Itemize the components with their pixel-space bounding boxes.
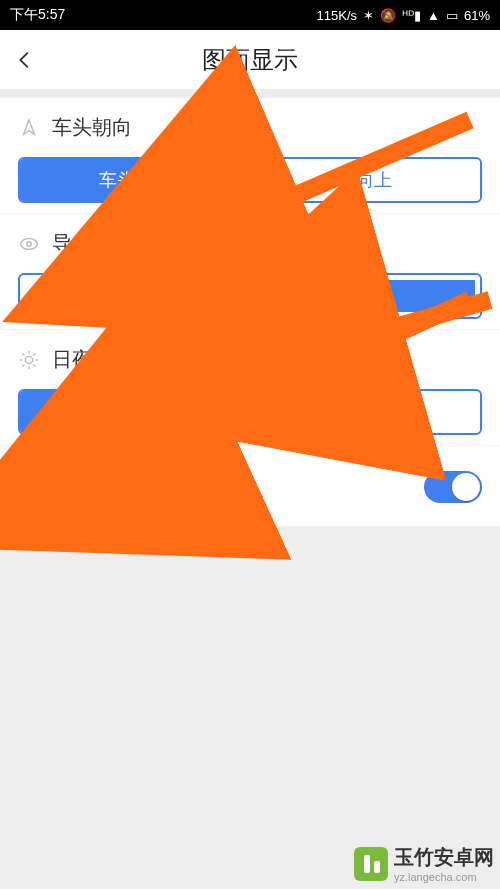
watermark: 玉竹安卓网 yz.langecha.com	[354, 844, 494, 883]
heading-option-north-up[interactable]: 北向上	[250, 159, 481, 201]
brightness-icon	[18, 476, 40, 498]
chevron-left-icon	[14, 49, 36, 71]
low-brightness-subtitle: 为省电，导航中将降低屏幕亮度	[54, 493, 410, 512]
settings-content: 车头朝向 车头向上 北向上 导航视角 3D 2D 日夜模式 自动 白天	[0, 98, 500, 526]
svg-line-7	[23, 353, 25, 355]
section-title: 车头朝向	[52, 114, 132, 141]
status-battery: 61%	[464, 8, 490, 23]
watermark-url: yz.langecha.com	[394, 871, 494, 883]
svg-point-2	[25, 356, 32, 363]
view-segment: 3D 2D	[18, 273, 482, 319]
heading-option-car-up[interactable]: 车头向上	[20, 159, 250, 201]
back-button[interactable]	[0, 30, 50, 89]
daynight-option-auto[interactable]: 自动	[20, 391, 173, 433]
navbar: 图面显示	[0, 30, 500, 90]
section-heading: 车头朝向 车头向上 北向上	[0, 98, 500, 213]
heading-segment: 车头向上 北向上	[18, 157, 482, 203]
eye-icon	[18, 233, 40, 255]
svg-line-8	[34, 364, 36, 366]
status-time: 下午5:57	[10, 6, 65, 24]
bluetooth-icon: ✶	[363, 8, 374, 23]
daynight-segment: 自动 白天 夜间	[18, 389, 482, 435]
section-daynight: 日夜模式 自动 白天 夜间	[0, 329, 500, 445]
section-low-brightness: 低亮度导航 为省电，导航中将降低屏幕亮度	[0, 445, 500, 522]
daynight-option-night[interactable]: 夜间	[326, 391, 480, 433]
status-bar: 下午5:57 115K/s ✶ 🔕 ᴴᴰ▮ ▲ ▭ 61%	[0, 0, 500, 30]
compass-arrow-icon	[18, 117, 40, 139]
sun-icon	[18, 349, 40, 371]
mute-icon: 🔕	[380, 8, 396, 23]
svg-point-1	[27, 241, 32, 246]
page-title: 图面显示	[0, 44, 500, 76]
watermark-icon	[354, 847, 388, 881]
svg-line-10	[34, 353, 36, 355]
low-brightness-title: 低亮度导航	[54, 462, 410, 489]
daynight-option-day[interactable]: 白天	[173, 391, 327, 433]
view-option-2d[interactable]: 2D	[250, 277, 479, 315]
status-right: 115K/s ✶ 🔕 ᴴᴰ▮ ▲ ▭ 61%	[317, 8, 490, 23]
section-title: 日夜模式	[52, 346, 132, 373]
switch-knob	[452, 473, 480, 501]
svg-line-9	[23, 364, 25, 366]
wifi-icon: ▲	[427, 8, 440, 23]
signal-icon: ᴴᴰ▮	[402, 8, 421, 23]
svg-point-0	[21, 238, 38, 249]
status-speed: 115K/s	[317, 8, 357, 23]
section-view: 导航视角 3D 2D	[0, 213, 500, 329]
battery-icon: ▭	[446, 8, 458, 23]
section-title: 导航视角	[52, 230, 132, 257]
view-option-3d[interactable]: 3D	[20, 275, 248, 317]
low-brightness-switch[interactable]	[424, 471, 482, 503]
watermark-brand: 玉竹安卓网	[394, 846, 494, 868]
bottom-spacer	[0, 526, 500, 806]
